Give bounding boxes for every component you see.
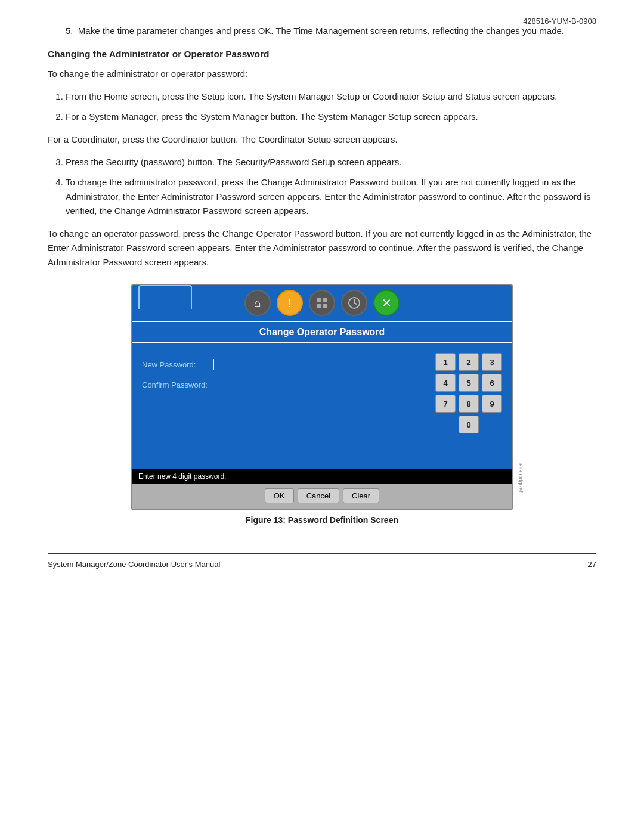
numpad-6[interactable]: 6: [482, 374, 502, 392]
numpad-row-0: 0: [435, 416, 502, 433]
step-item-1: From the Home screen, press the Setup ic…: [66, 89, 596, 104]
extra-para-operator: To change an operator password, press th…: [48, 227, 596, 270]
numpad-8[interactable]: 8: [459, 395, 479, 413]
numpad-5[interactable]: 5: [459, 374, 479, 392]
step-item-3: Press the Security (password) button. Th…: [66, 155, 596, 169]
section-heading: Changing the Administrator or Operator P…: [48, 49, 596, 60]
numpad-2[interactable]: 2: [459, 353, 479, 371]
screen-body: New Password: Confirm Password: 1 2 3: [132, 343, 512, 439]
screen-status-bar: Enter new 4 digit password.: [132, 469, 512, 484]
home-icon[interactable]: ⌂: [244, 290, 271, 316]
nav-icons-row: ⌂ ! ✕: [244, 290, 400, 316]
svg-rect-2: [317, 304, 321, 308]
screen-topbar: ⌂ ! ✕: [132, 285, 512, 321]
screen-spacer: [132, 439, 512, 469]
numpad: 1 2 3 4 5 6 7 8 9: [435, 353, 502, 439]
numpad-0[interactable]: 0: [459, 416, 479, 433]
screen-bottom-bar: OK Cancel Clear: [132, 484, 512, 509]
page-footer: System Manager/Zone Coordinator User's M…: [48, 553, 596, 569]
confirm-password-label: Confirm Password:: [142, 380, 208, 389]
numpad-7[interactable]: 7: [435, 395, 456, 413]
clear-button[interactable]: Clear: [343, 488, 379, 503]
cancel-button[interactable]: Cancel: [298, 488, 339, 503]
side-label: FIG.OrigRef: [518, 463, 524, 493]
grid-icon[interactable]: [309, 290, 335, 316]
figure-caption: Figure 13: Password Definition Screen: [246, 515, 398, 525]
footer-left: System Manager/Zone Coordinator User's M…: [48, 560, 220, 569]
numpad-3[interactable]: 3: [482, 353, 502, 371]
steps-list: From the Home screen, press the Setup ic…: [48, 89, 596, 124]
svg-rect-0: [317, 298, 321, 302]
screen-title-bar: Change Operator Password: [132, 321, 512, 343]
confirm-password-row: Confirm Password:: [142, 380, 429, 389]
new-password-row: New Password:: [142, 359, 429, 370]
steps-list-2: Press the Security (password) button. Th…: [48, 155, 596, 218]
step-item-4: To change the administrator password, pr…: [66, 175, 596, 218]
intro-text: To change the administrator or operator …: [48, 67, 596, 81]
screen-left: New Password: Confirm Password:: [142, 353, 429, 439]
numpad-4[interactable]: 4: [435, 374, 456, 392]
new-password-label: New Password:: [142, 360, 208, 369]
numpad-row-3: 7 8 9: [435, 395, 502, 413]
screen-outer: ⌂ ! ✕ Change Operator Password: [131, 284, 513, 510]
svg-rect-3: [323, 304, 327, 308]
page: 428516-YUM-B-0908 5. Make the time param…: [0, 0, 644, 605]
step-item-2: For a System Manager, press the System M…: [66, 110, 596, 124]
doc-number: 428516-YUM-B-0908: [523, 17, 596, 26]
numpad-9[interactable]: 9: [482, 395, 502, 413]
svg-rect-1: [323, 298, 327, 302]
ok-button[interactable]: OK: [265, 488, 294, 503]
screen-outer-wrapper: ⌂ ! ✕ Change Operator Password: [131, 284, 513, 510]
figure-wrapper: ⌂ ! ✕ Change Operator Password: [48, 284, 596, 535]
numpad-1[interactable]: 1: [435, 353, 456, 371]
alert-icon[interactable]: !: [277, 290, 303, 316]
close-icon[interactable]: ✕: [373, 290, 400, 316]
tab-indicator: [138, 285, 192, 309]
cursor: [213, 359, 214, 370]
step5-text: 5. Make the time parameter changes and p…: [48, 24, 596, 38]
numpad-row-2: 4 5 6: [435, 374, 502, 392]
numpad-row-1: 1 2 3: [435, 353, 502, 371]
extra-para-coordinator: For a Coordinator, press the Coordinator…: [48, 132, 596, 147]
clock-icon[interactable]: [341, 290, 367, 316]
footer-right: 27: [588, 560, 596, 569]
